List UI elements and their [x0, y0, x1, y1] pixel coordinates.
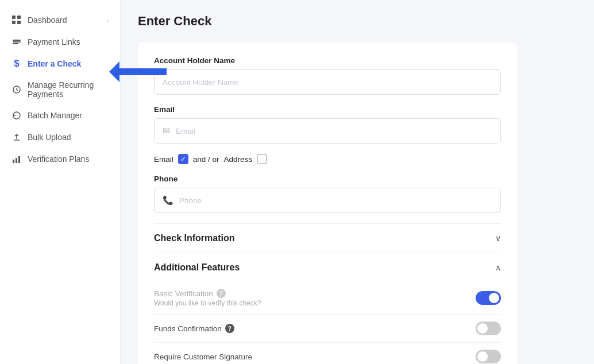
sidebar-item-payment-links[interactable]: Payment Links — [0, 31, 120, 53]
feature-basic-verification-name: Basic Verification ? — [154, 289, 261, 298]
email-checkbox-label: Email — [154, 155, 173, 164]
check-information-title: Check Information — [154, 233, 234, 243]
sidebar-item-manage-recurring[interactable]: Manage Recurring Payments — [0, 75, 120, 104]
sidebar-item-enter-check[interactable]: $ Enter a Check — [0, 53, 120, 75]
sidebar-item-label: Batch Manager — [28, 111, 82, 120]
sidebar-item-label: Manage Recurring Payments — [28, 80, 109, 99]
sidebar-item-label: Dashboard — [28, 16, 67, 25]
svg-rect-6 — [13, 41, 21, 42]
address-checkbox-label: Address — [224, 155, 253, 164]
funds-confirmation-toggle[interactable] — [476, 322, 501, 335]
form-card: Account Holder Name Email ✉ Email and / … — [138, 42, 517, 364]
svg-rect-5 — [13, 40, 21, 41]
link-icon — [11, 37, 22, 47]
email-checkbox[interactable] — [178, 154, 188, 164]
svg-rect-10 — [16, 158, 17, 163]
email-field: Email ✉ — [154, 105, 501, 144]
require-signature-toggle[interactable] — [476, 350, 501, 363]
chevron-icon: › — [106, 17, 109, 24]
additional-features-section[interactable]: Additional Features ∧ — [154, 253, 501, 282]
email-icon: ✉ — [163, 126, 170, 136]
feature-basic-verification-label: Basic Verification ? Would you like to v… — [154, 289, 261, 307]
chart-icon — [11, 154, 22, 164]
check-information-section[interactable]: Check Information ∨ — [154, 223, 501, 253]
feature-require-signature-name: Require Customer Signature — [154, 353, 252, 361]
check-information-chevron: ∨ — [495, 234, 501, 243]
sidebar-item-verification-plans[interactable]: Verification Plans — [0, 148, 120, 170]
email-label: Email — [154, 105, 501, 114]
feature-funds-confirmation-label: Funds Confirmation ? — [154, 324, 234, 333]
main-content: Enter Check Account Holder Name Email ✉ … — [121, 0, 594, 364]
additional-features-chevron: ∧ — [495, 263, 501, 272]
clock-icon — [11, 84, 22, 95]
phone-field: Phone 📞 — [154, 175, 501, 213]
additional-features-title: Additional Features — [154, 262, 240, 273]
sidebar-item-dashboard[interactable]: Dashboard › — [0, 9, 120, 31]
feature-basic-verification-desc: Would you like to verify this check? — [154, 299, 261, 307]
email-address-checkbox-row: Email and / or Address — [154, 154, 501, 164]
funds-confirmation-help-icon[interactable]: ? — [225, 324, 234, 333]
page-title: Enter Check — [138, 14, 577, 29]
phone-input[interactable] — [179, 196, 492, 205]
svg-rect-1 — [12, 16, 16, 19]
email-input-wrapper: ✉ — [154, 118, 501, 144]
sidebar-item-batch-manager[interactable]: Batch Manager — [0, 104, 120, 126]
sidebar-item-label: Bulk Upload — [28, 133, 71, 142]
feature-row-basic-verification: Basic Verification ? Would you like to v… — [154, 282, 501, 314]
additional-features-content: Basic Verification ? Would you like to v… — [154, 282, 501, 364]
phone-label: Phone — [154, 175, 501, 183]
sidebar-item-label: Payment Links — [28, 37, 80, 47]
sidebar-arrow-annotation — [109, 61, 167, 82]
svg-rect-4 — [17, 21, 21, 24]
address-checkbox[interactable] — [257, 154, 267, 164]
sidebar-item-label: Verification Plans — [28, 154, 89, 164]
account-holder-field: Account Holder Name — [154, 56, 501, 95]
svg-rect-2 — [17, 16, 21, 19]
email-input[interactable] — [176, 127, 492, 135]
feature-funds-confirmation-name: Funds Confirmation ? — [154, 324, 234, 333]
svg-rect-9 — [13, 160, 14, 163]
upload-icon — [11, 132, 22, 142]
basic-verification-toggle[interactable] — [476, 291, 501, 305]
svg-rect-11 — [18, 156, 20, 163]
svg-rect-7 — [13, 43, 18, 44]
sidebar-item-label: Enter a Check — [28, 59, 81, 68]
svg-rect-3 — [12, 21, 16, 24]
basic-verification-help-icon[interactable]: ? — [217, 289, 226, 298]
dollar-icon: $ — [11, 59, 22, 69]
feature-require-signature-label: Require Customer Signature — [154, 353, 252, 361]
phone-icon: 📞 — [163, 195, 173, 206]
account-holder-input-wrapper — [154, 69, 501, 95]
feature-row-funds-confirmation: Funds Confirmation ? — [154, 314, 501, 342]
grid-icon — [11, 15, 22, 25]
and-or-separator: and / or — [193, 155, 219, 164]
phone-input-wrapper: 📞 — [154, 188, 501, 213]
refresh-icon — [11, 110, 22, 121]
sidebar-item-bulk-upload[interactable]: Bulk Upload — [0, 126, 120, 148]
account-holder-input[interactable] — [163, 78, 492, 87]
svg-marker-0 — [109, 61, 167, 82]
account-holder-label: Account Holder Name — [154, 56, 501, 65]
feature-row-require-signature: Require Customer Signature — [154, 342, 501, 364]
sidebar: Dashboard › Payment Links $ Enter a Chec… — [0, 0, 121, 364]
